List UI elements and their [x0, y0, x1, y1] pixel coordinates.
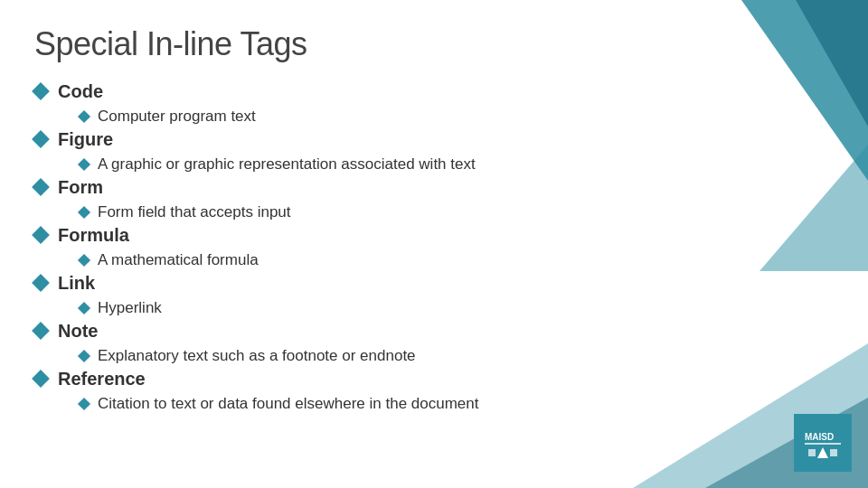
- main-label-4: Link: [58, 273, 95, 294]
- svg-rect-8: [808, 449, 816, 456]
- main-label-2: Form: [58, 177, 103, 198]
- sub-item-2: Form field that accepts input: [80, 203, 615, 221]
- main-item-4: Link: [34, 273, 615, 294]
- main-label-6: Reference: [58, 369, 146, 389]
- diamond-bullet-5: [32, 322, 50, 340]
- item-group-5: NoteExplanatory text such as a footnote …: [34, 321, 615, 365]
- logo: MAISD: [794, 414, 852, 472]
- slide: Special In-line Tags CodeComputer progra…: [0, 0, 868, 488]
- svg-marker-0: [741, 0, 868, 181]
- small-diamond-bullet-3: [78, 254, 90, 267]
- svg-text:MAISD: MAISD: [805, 432, 834, 442]
- main-label-1: Figure: [58, 129, 113, 150]
- main-item-0: Code: [34, 81, 615, 102]
- svg-marker-2: [760, 145, 868, 271]
- sub-label-0: Computer program text: [98, 108, 256, 126]
- diamond-bullet-0: [32, 82, 50, 100]
- small-diamond-bullet-1: [78, 158, 90, 171]
- sub-item-4: Hyperlink: [80, 299, 615, 317]
- item-group-4: LinkHyperlink: [34, 273, 615, 317]
- sub-item-1: A graphic or graphic representation asso…: [80, 155, 615, 174]
- svg-marker-1: [796, 0, 868, 127]
- deco-top-right: [669, 0, 868, 271]
- main-label-3: Formula: [58, 225, 129, 246]
- content-area: CodeComputer program textFigureA graphic…: [34, 81, 615, 417]
- sub-item-6: Citation to text or data found elsewhere…: [80, 395, 615, 413]
- main-item-3: Formula: [34, 225, 615, 246]
- item-group-1: FigureA graphic or graphic representatio…: [34, 129, 615, 174]
- svg-marker-7: [817, 447, 828, 458]
- diamond-bullet-6: [32, 370, 50, 388]
- diamond-bullet-2: [32, 178, 50, 196]
- small-diamond-bullet-4: [78, 302, 90, 314]
- sub-label-2: Form field that accepts input: [98, 203, 291, 221]
- diamond-bullet-4: [32, 274, 50, 292]
- page-title: Special In-line Tags: [34, 25, 307, 63]
- sub-item-5: Explanatory text such as a footnote or e…: [80, 347, 615, 365]
- sub-label-3: A mathematical formula: [98, 251, 259, 269]
- sub-label-4: Hyperlink: [98, 299, 162, 317]
- main-label-0: Code: [58, 81, 103, 102]
- main-label-5: Note: [58, 321, 98, 342]
- small-diamond-bullet-0: [78, 110, 90, 123]
- sub-item-3: A mathematical formula: [80, 251, 615, 269]
- main-item-2: Form: [34, 177, 615, 198]
- small-diamond-bullet-2: [78, 206, 90, 219]
- diamond-bullet-1: [32, 130, 50, 148]
- sub-label-6: Citation to text or data found elsewhere…: [98, 395, 478, 413]
- sub-item-0: Computer program text: [80, 108, 615, 126]
- logo-text: MAISD: [801, 420, 844, 466]
- item-group-2: FormForm field that accepts input: [34, 177, 615, 221]
- sub-label-1: A graphic or graphic representation asso…: [98, 155, 476, 174]
- sub-label-5: Explanatory text such as a footnote or e…: [98, 347, 416, 365]
- diamond-bullet-3: [32, 226, 50, 244]
- main-item-6: Reference: [34, 369, 615, 389]
- main-item-5: Note: [34, 321, 615, 342]
- small-diamond-bullet-6: [78, 398, 90, 410]
- small-diamond-bullet-5: [78, 350, 90, 362]
- main-item-1: Figure: [34, 129, 615, 150]
- item-group-3: FormulaA mathematical formula: [34, 225, 615, 269]
- item-group-0: CodeComputer program text: [34, 81, 615, 126]
- svg-rect-9: [830, 449, 837, 456]
- item-group-6: ReferenceCitation to text or data found …: [34, 369, 615, 413]
